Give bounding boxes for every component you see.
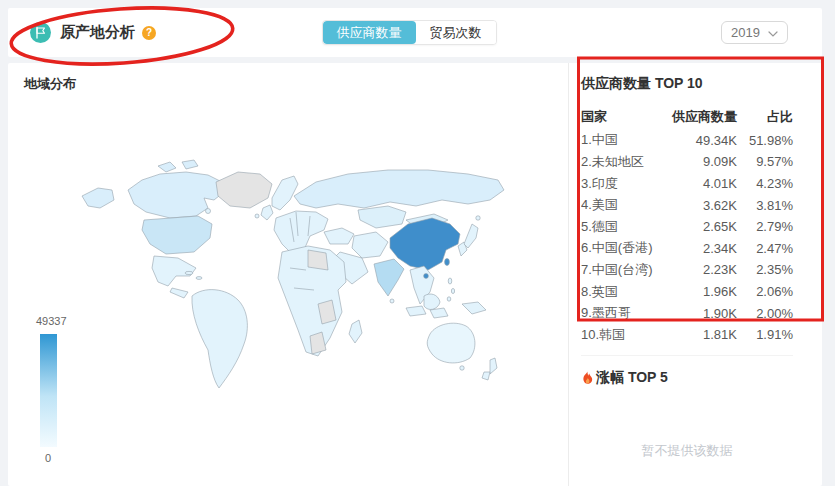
col-header-country: 国家 [581, 108, 659, 126]
top10-panel: 供应商数量 TOP 10 国家 供应商数量 占比 1.中国 49.34K 51.… [568, 63, 822, 486]
table-row[interactable]: 10.韩国 1.81K 1.91% [581, 324, 793, 346]
question-mark-icon[interactable]: ? [142, 26, 156, 40]
cell-country: 8.英国 [581, 283, 659, 301]
cell-country: 9.墨西哥 [581, 304, 659, 322]
col-header-share: 占比 [737, 108, 793, 126]
cell-country: 10.韩国 [581, 326, 659, 344]
cell-share: 51.98% [737, 133, 793, 148]
cell-count: 2.65K [659, 219, 737, 234]
page-title: 原产地分析 [60, 23, 135, 42]
year-area: 2019 [497, 21, 823, 44]
legend-gradient-bar [40, 334, 57, 447]
chevron-down-icon [768, 25, 778, 40]
cell-country: 7.中国(台湾) [581, 261, 659, 279]
cell-count: 2.23K [659, 262, 737, 277]
table-row[interactable]: 5.德国 2.65K 2.79% [581, 216, 793, 238]
table-row[interactable]: 4.美国 3.62K 3.81% [581, 194, 793, 216]
cell-country: 1.中国 [581, 131, 659, 149]
growth-title-row: 涨幅 TOP 5 [581, 369, 793, 387]
metric-tab-group: 供应商数量 贸易次数 [322, 20, 497, 45]
cell-share: 2.00% [737, 306, 793, 321]
cell-share: 2.79% [737, 219, 793, 234]
cell-count: 9.09K [659, 154, 737, 169]
table-row[interactable]: 8.英国 1.96K 2.06% [581, 281, 793, 303]
cell-country: 4.美国 [581, 196, 659, 214]
tab-supplier-count[interactable]: 供应商数量 [323, 21, 416, 44]
table-header-row: 国家 供应商数量 占比 [581, 106, 793, 128]
world-map[interactable] [58, 112, 528, 412]
cell-country: 2.未知地区 [581, 153, 659, 171]
header-bar: 原产地分析 ? 供应商数量 贸易次数 2019 [8, 8, 822, 57]
year-select-value: 2019 [731, 25, 760, 40]
cell-share: 1.91% [737, 327, 793, 342]
table-row[interactable]: 9.墨西哥 1.90K 2.00% [581, 302, 793, 324]
content-card: 地域分布 [8, 63, 822, 486]
origin-analysis-page: 原产地分析 ? 供应商数量 贸易次数 2019 地域分布 [0, 0, 835, 486]
cell-share: 2.06% [737, 284, 793, 299]
table-row[interactable]: 7.中国(台湾) 2.23K 2.35% [581, 259, 793, 281]
cell-share: 4.23% [737, 176, 793, 191]
cell-count: 2.34K [659, 241, 737, 256]
table-row[interactable]: 2.未知地区 9.09K 9.57% [581, 151, 793, 173]
cell-share: 3.81% [737, 198, 793, 213]
cell-share: 2.47% [737, 241, 793, 256]
cell-count: 4.01K [659, 176, 737, 191]
legend-max-value: 49337 [36, 315, 74, 327]
growth-panel: 涨幅 TOP 5 暂不提供该数据 [581, 355, 793, 460]
flag-icon [30, 22, 51, 43]
cell-count: 1.90K [659, 306, 737, 321]
cell-share: 2.35% [737, 262, 793, 277]
cell-count: 1.81K [659, 327, 737, 342]
cell-country: 3.印度 [581, 175, 659, 193]
title-group: 原产地分析 ? [8, 22, 322, 43]
cell-share: 9.57% [737, 154, 793, 169]
cell-country: 5.德国 [581, 218, 659, 236]
map-legend: 49337 0 [34, 315, 74, 464]
growth-title: 涨幅 TOP 5 [596, 369, 668, 387]
cell-count: 49.34K [659, 133, 737, 148]
table-row[interactable]: 3.印度 4.01K 4.23% [581, 173, 793, 195]
cell-count: 1.96K [659, 284, 737, 299]
map-panel: 地域分布 [8, 63, 568, 486]
col-header-supplier-count: 供应商数量 [659, 108, 737, 126]
flame-icon [581, 370, 594, 385]
table-row[interactable]: 1.中国 49.34K 51.98% [581, 130, 793, 152]
legend-min-value: 0 [45, 452, 74, 464]
tab-trade-count[interactable]: 贸易次数 [416, 21, 496, 44]
cell-country: 6.中国(香港) [581, 239, 659, 257]
map-title: 地域分布 [8, 63, 568, 93]
year-select[interactable]: 2019 [721, 21, 788, 44]
empty-data-message: 暂不提供该数据 [581, 442, 793, 460]
top10-title: 供应商数量 TOP 10 [581, 75, 793, 93]
table-row[interactable]: 6.中国(香港) 2.34K 2.47% [581, 238, 793, 260]
cell-count: 3.62K [659, 198, 737, 213]
